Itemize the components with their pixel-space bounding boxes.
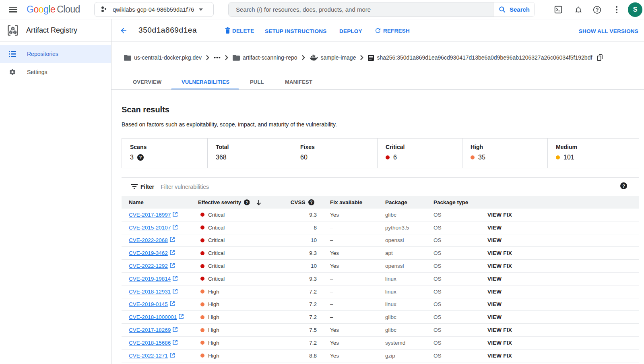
- svg-text:?: ?: [622, 183, 625, 188]
- svg-text:?: ?: [310, 200, 312, 205]
- svg-text:?: ?: [139, 155, 142, 160]
- svg-text:?: ?: [246, 200, 248, 205]
